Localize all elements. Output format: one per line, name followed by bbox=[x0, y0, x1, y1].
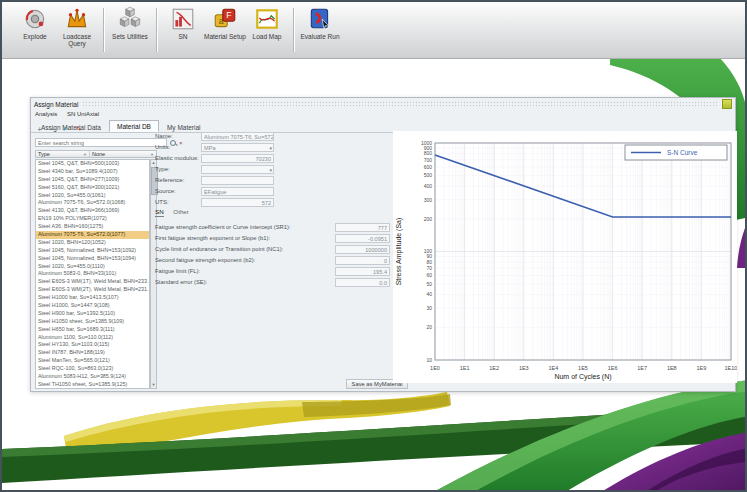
material-list-item[interactable]: Steel ManTen, Su=565.0(121) bbox=[36, 357, 149, 365]
material-list-item[interactable]: Steel 1045, Normalized, BHN=153(1094) bbox=[36, 255, 149, 263]
material-list-item[interactable]: EN19 10% POLYMER(1072) bbox=[36, 215, 149, 223]
material-list-item[interactable]: Steel H900 bar, Su=1392.5(110) bbox=[36, 310, 149, 318]
material-list-item[interactable]: Steel E60S-3 WM(1T), Weld Metal, BHN=233… bbox=[36, 278, 149, 286]
remove-material-icon[interactable]: − bbox=[48, 126, 57, 135]
toolbar-item-material-setup[interactable]: a F Material Setup bbox=[204, 6, 246, 40]
name-field[interactable]: Aluminum 7075-T6, Su=572.. bbox=[201, 132, 274, 141]
material-list-item[interactable]: Aluminum 5083-H12, Su=385.9(124) bbox=[36, 373, 149, 381]
y-tick-label: 70 bbox=[426, 265, 432, 271]
application-window: { "toolbar": { "items": [ {"label": "Exp… bbox=[0, 0, 747, 492]
subtab-sn[interactable]: SN bbox=[155, 208, 164, 217]
material-list-item[interactable]: Aluminum 5083-0, BHN=33(101) bbox=[36, 270, 149, 278]
toolbar-label: Sets Utilities bbox=[112, 33, 148, 40]
material-list-item[interactable]: Steel E60S-3 WM(2T), Weld Metal, BHN=231… bbox=[36, 286, 149, 294]
y-tick-label: 20 bbox=[426, 324, 432, 330]
material-list-item[interactable]: Aluminum 7075-T6, Su=572.0(1077) bbox=[36, 231, 149, 239]
column-header-name-filter[interactable]: None ▼ bbox=[90, 151, 156, 157]
material-list-item[interactable]: Steel TH1050 sheet, Su=1385.9(125) bbox=[36, 381, 149, 389]
main-toolbar: Explode Loadcase Query Sets Utilities bbox=[2, 2, 745, 59]
dialog-titlebar[interactable]: Assign Material bbox=[31, 98, 735, 110]
toolbar-item-evaluate-run[interactable]: Evaluate Run bbox=[299, 6, 341, 40]
x-tick-label: 1E6 bbox=[608, 365, 618, 371]
toolbar-item-loadcase-query[interactable]: Loadcase Query bbox=[56, 6, 98, 48]
material-list-item[interactable]: Steel 4130, Q&T, BHN=366(1069) bbox=[36, 207, 149, 215]
form-row-elastic-modulus: Elastic modulus: 70230 bbox=[155, 153, 274, 163]
material-list-item[interactable]: Steel 1045, Normalized, BHN=153(1092) bbox=[36, 247, 149, 255]
form-row-b1: First fatigue strength exponent or Slope… bbox=[155, 233, 390, 243]
x-tick-label: 1E1 bbox=[460, 365, 470, 371]
material-list-item[interactable]: Steel 1020, BHN=120(1052) bbox=[36, 239, 149, 247]
dialog-menubar: Analysis SN UniAxial bbox=[35, 111, 107, 117]
uts-field[interactable]: 572 bbox=[201, 198, 274, 207]
toolbar-label: Evaluate Run bbox=[300, 33, 339, 40]
material-list-item[interactable]: Steel RQC-100, Su=863.0(123) bbox=[36, 365, 149, 373]
menu-item-sn-uniaxial[interactable]: SN UniAxial bbox=[67, 111, 99, 117]
y-tick-label: 10 bbox=[426, 357, 432, 363]
filter-icon[interactable]: ▼ bbox=[150, 152, 154, 157]
field-label: Units: bbox=[155, 144, 201, 150]
form-row-nc1: Cycle limit of endurance or Transition p… bbox=[155, 244, 390, 254]
y-tick-label: 80 bbox=[426, 259, 432, 265]
search-input[interactable] bbox=[35, 138, 167, 147]
material-list-item[interactable]: Steel H1050 sheet, Su=1385.9(109) bbox=[36, 318, 149, 326]
material-list-item[interactable]: Aluminum 7075-T6, Su=572.0(1068) bbox=[36, 199, 149, 207]
material-list-item[interactable]: Steel IN787, BHN=188(119) bbox=[36, 349, 149, 357]
material-list-item[interactable]: Steel 1045, Q&T, BHN=277(1009) bbox=[36, 176, 149, 184]
se-field[interactable]: 0.0 bbox=[335, 278, 390, 287]
b2-field[interactable]: 0 bbox=[335, 256, 390, 265]
units-select[interactable]: MPa▾ bbox=[201, 143, 274, 152]
toolbar-item-sets-utilities[interactable]: Sets Utilities bbox=[109, 6, 151, 40]
material-list-item[interactable]: Steel 5160, Q&T, BHN=300(1021) bbox=[36, 184, 149, 192]
dialog-corner-button[interactable] bbox=[722, 99, 732, 109]
material-list-item[interactable]: Steel 1020, Su=455.0(1110) bbox=[36, 263, 149, 271]
type-select[interactable]: ▾ bbox=[201, 165, 274, 174]
scroll-down-icon[interactable]: ▼ bbox=[151, 382, 156, 388]
y-tick-label: 50 bbox=[426, 281, 432, 287]
field-label: First fatigue strength exponent or Slope… bbox=[155, 235, 335, 241]
field-label: Standard error (SE): bbox=[155, 279, 335, 285]
material-list-item[interactable]: Steel H1000 bar, Su=1413.5(107) bbox=[36, 294, 149, 302]
material-list-item[interactable]: Steel H650 bar, Su=1689.3(111) bbox=[36, 326, 149, 334]
toolbar-item-load-map[interactable]: Load Map bbox=[246, 6, 288, 40]
elastic-modulus-field[interactable]: 70230 bbox=[201, 154, 274, 163]
material-list-item[interactable]: Steel A36, BHN=160(1275) bbox=[36, 223, 149, 231]
assign-material-dialog: Assign Material Analysis SN UniAxial Ass… bbox=[30, 97, 736, 392]
add-material-icon[interactable]: + bbox=[35, 126, 44, 135]
toolbar-item-explode[interactable]: Explode bbox=[14, 6, 56, 40]
material-list-item[interactable]: Aluminum 1100, Su=110.0(112) bbox=[36, 334, 149, 342]
x-tick-label: 1E8 bbox=[667, 365, 677, 371]
material-list-item[interactable]: Steel 1020, Su=455.0(1061) bbox=[36, 192, 149, 200]
undo-icon[interactable]: ↶ bbox=[61, 126, 70, 135]
toolbar-label: Loadcase Query bbox=[56, 33, 98, 48]
menu-item-analysis[interactable]: Analysis bbox=[35, 111, 57, 117]
chevron-down-icon: ▾ bbox=[269, 144, 272, 152]
legend-label: S-N Curve bbox=[667, 149, 698, 156]
sr1-field[interactable]: 777 bbox=[335, 223, 390, 232]
y-tick-label: 400 bbox=[424, 183, 433, 189]
material-list-item[interactable]: Steel HY130, Su=1103.0(115) bbox=[36, 341, 149, 349]
fl-field[interactable]: 195.4 bbox=[335, 267, 390, 276]
reference-field[interactable] bbox=[201, 176, 274, 185]
toolbar-separator bbox=[293, 8, 294, 52]
b1-field[interactable]: -0.0951 bbox=[335, 234, 390, 243]
source-field[interactable]: EFatigue bbox=[201, 187, 274, 196]
x-tick-label: 1E10 bbox=[725, 365, 737, 371]
material-list-header: Type ▼ None ▼ bbox=[35, 150, 157, 158]
toolbar-label: Material Setup bbox=[204, 33, 246, 40]
form-row-source: Source: EFatigue bbox=[155, 186, 274, 196]
field-label: Second fatigue strength exponent (b2): bbox=[155, 257, 335, 263]
redo-icon[interactable]: ↷ bbox=[74, 126, 83, 135]
material-list-item[interactable]: Steel 1045, Q&T, BHN=500(1003) bbox=[36, 160, 149, 168]
y-tick-label: 700 bbox=[424, 157, 433, 163]
column-header-type[interactable]: Type ▼ bbox=[36, 151, 90, 157]
material-list-item[interactable]: Steel H1000, Su=1447.9(108) bbox=[36, 302, 149, 310]
material-list-toolbar: + − ↶ ↷ bbox=[35, 126, 83, 135]
tab-material-db[interactable]: Material DB bbox=[109, 120, 159, 132]
sn-other-subtabs: SN Other bbox=[155, 208, 189, 215]
material-list-item[interactable]: Steel 4340 bar, Su=1089.4(1007) bbox=[36, 168, 149, 176]
titlebar-grip-texture bbox=[82, 101, 719, 108]
nc1-field[interactable]: 1000000 bbox=[335, 245, 390, 254]
filter-icon[interactable]: ▼ bbox=[83, 152, 87, 157]
subtab-other[interactable]: Other bbox=[173, 208, 188, 215]
toolbar-item-sn[interactable]: SN bbox=[162, 6, 204, 40]
